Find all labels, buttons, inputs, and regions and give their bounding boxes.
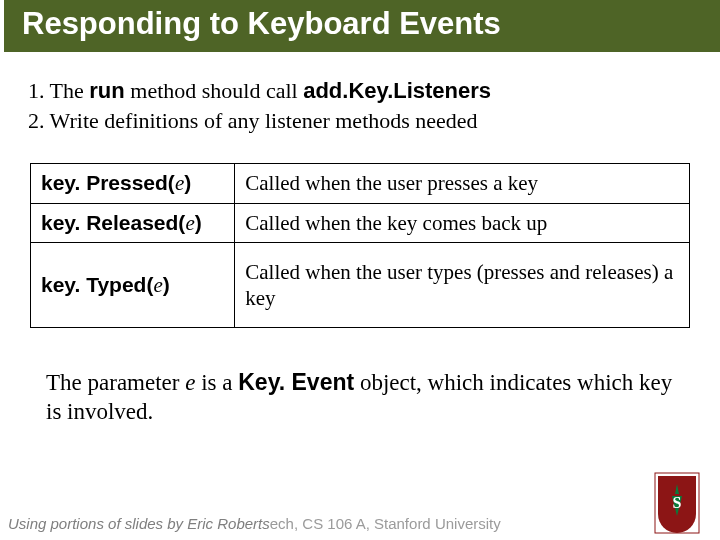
- desc-cell: Called when the user presses a key: [235, 164, 690, 203]
- footer-credit: Using portions of slides by Eric Roberts: [8, 515, 270, 532]
- title-bar: Responding to Keyboard Events: [4, 0, 720, 52]
- step-1-code-addkey: add.Key.Listeners: [303, 78, 491, 103]
- step-2: 2. Write definitions of any listener met…: [28, 106, 692, 136]
- svg-text:S: S: [673, 494, 682, 511]
- desc-cell: Called when the key comes back up: [235, 203, 690, 242]
- para-mid: is a: [195, 370, 238, 395]
- para-param: e: [185, 370, 195, 395]
- method-name: key. Released(: [41, 211, 185, 234]
- method-close: ): [184, 171, 191, 194]
- para-code: Key. Event: [238, 369, 354, 395]
- method-close: ): [163, 273, 170, 296]
- step-1-mid: method should call: [125, 78, 303, 103]
- method-param: e: [153, 273, 162, 297]
- step-1-prefix: 1. The: [28, 78, 89, 103]
- paragraph: The parameter e is a Key. Event object, …: [46, 368, 674, 427]
- methods-table: key. Pressed(e) Called when the user pre…: [30, 163, 690, 328]
- slide-title: Responding to Keyboard Events: [22, 6, 501, 41]
- methods-table-wrap: key. Pressed(e) Called when the user pre…: [28, 163, 692, 328]
- method-param: e: [175, 171, 184, 195]
- method-name: key. Typed(: [41, 273, 153, 296]
- desc-cell: Called when the user types (presses and …: [235, 242, 690, 328]
- method-name: key. Pressed(: [41, 171, 175, 194]
- slide-content: 1. The run method should call add.Key.Li…: [0, 52, 720, 427]
- method-cell: key. Released(e): [31, 203, 235, 242]
- stanford-logo-icon: S: [654, 472, 700, 534]
- method-param: e: [185, 211, 194, 235]
- table-row: key. Released(e) Called when the key com…: [31, 203, 690, 242]
- para-pre: The parameter: [46, 370, 185, 395]
- table-row: key. Typed(e) Called when the user types…: [31, 242, 690, 328]
- method-cell: key. Pressed(e): [31, 164, 235, 203]
- step-1: 1. The run method should call add.Key.Li…: [28, 76, 692, 106]
- step-1-code-run: run: [89, 78, 124, 103]
- method-close: ): [195, 211, 202, 234]
- table-row: key. Pressed(e) Called when the user pre…: [31, 164, 690, 203]
- footer-course-overlap: ech, CS 106 A, Stanford University: [270, 515, 501, 532]
- method-cell: key. Typed(e): [31, 242, 235, 328]
- footer: Using portions of slides by Eric Roberts…: [8, 515, 712, 532]
